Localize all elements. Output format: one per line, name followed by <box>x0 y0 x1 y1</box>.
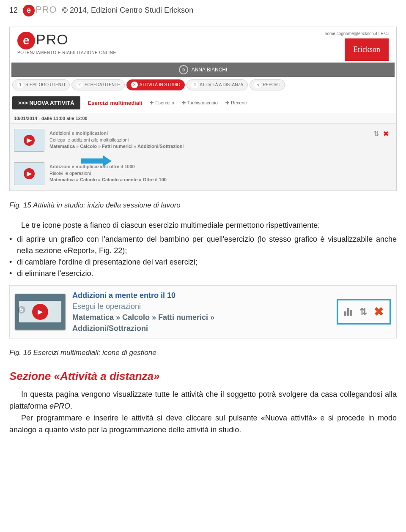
current-user-name: ANNA BIANCHI <box>192 67 228 73</box>
bullet-item: di cambiare l'ordine di presentazione de… <box>9 256 397 268</box>
exercise-breadcrumb: Matematica » Calcolo » Fatti numerici » … <box>49 143 184 150</box>
exercise-description: Collega le addizioni alle moltiplicazion… <box>49 137 184 143</box>
play-icon: ▶ <box>24 135 35 146</box>
exercise-thumbnail: ▶ <box>14 162 44 185</box>
copyright-text: © 2014, Edizioni Centro Studi Erickson <box>62 6 193 15</box>
tab-number: 5 <box>254 82 261 88</box>
tab-label: SCHEDA UTENTE <box>85 82 120 87</box>
logo-pro-text: PRO <box>36 4 57 15</box>
current-user-bar: ☺ ANNA BIANCHI <box>11 63 395 77</box>
play-icon: ▶ <box>32 304 48 320</box>
tab-label: ATTIVITÀ IN STUDIO <box>140 82 180 87</box>
document-header: 12 ePRO © 2014, Edizioni Centro Studi Er… <box>9 0 397 27</box>
exercise-row-fig16: 5 ▶ Addizioni a mente entro il 10 Esegui… <box>9 285 397 338</box>
text-span: . <box>70 402 72 410</box>
new-activity-button[interactable]: >>> NUOVA ATTIVITÀ <box>12 96 80 109</box>
page-number: 12 <box>9 6 18 15</box>
workflow-tabs: 1RIEPILOGO UTENTI 2SCHEDA UTENTE 3ATTIVI… <box>10 77 396 93</box>
reorder-icon[interactable]: ⇅ <box>359 306 367 317</box>
exercises-section-title: Esercizi multimediali <box>88 100 143 106</box>
option-label: Tachistoscopio <box>187 100 218 105</box>
tab-report[interactable]: 5REPORT <box>250 79 285 90</box>
tab-number: 1 <box>17 82 24 88</box>
reorder-icon[interactable]: ⇅ <box>373 130 379 138</box>
tab-number: 2 <box>76 82 83 88</box>
play-icon: ▶ <box>24 168 35 179</box>
exercise-title: Addizioni a mente entro il 10 <box>72 290 214 301</box>
delete-icon[interactable]: ✖ <box>374 305 384 319</box>
tab-label: ATTIVITÀ A DISTANZA <box>200 82 243 87</box>
intro-paragraph: Le tre icone poste a fianco di ciascun e… <box>9 220 397 231</box>
bullet-item: di aprire un grafico con l'andamento del… <box>9 234 397 256</box>
management-icons-highlight: ⇅ ✖ <box>337 299 391 325</box>
option-label: Recenti <box>231 100 247 105</box>
epro-logo-small: ePRO <box>23 4 57 16</box>
section-paragraph-1: In questa pagina vengono visualizzate tu… <box>9 389 397 412</box>
tab-attivita-in-studio[interactable]: 3ATTIVITÀ IN STUDIO <box>126 79 185 90</box>
thumbnail-number-badge: 5 <box>18 306 25 314</box>
bullet-item: di eliminare l'esercizio. <box>9 268 397 279</box>
tab-attivita-a-distanza[interactable]: 4ATTIVITÀ A DISTANZA <box>187 79 248 90</box>
exercise-breadcrumb-line2: Addizioni/Sottrazioni <box>72 323 214 334</box>
option-label: Esercizio <box>155 100 174 105</box>
section-paragraph-2: Per programmare e inserire le attività s… <box>9 412 397 436</box>
plus-icon: ✚ <box>150 100 154 106</box>
session-date-header: 10/01/2014 - dalle 11:00 alle 12:00 <box>10 113 396 124</box>
figure-16-caption: Fig. 16 Esercizi multimediali: icone di … <box>9 349 397 357</box>
delete-icon[interactable]: ✖ <box>383 130 389 138</box>
exercise-list-item[interactable]: ▶ Addizioni e moltiplicazioni oltre il 1… <box>10 157 396 191</box>
exercise-breadcrumb-line1: Matematica » Calcolo » Fatti numerici » <box>72 312 214 323</box>
exercise-thumbnail: ▶ <box>14 129 44 152</box>
add-esercizio-button[interactable]: ✚Esercizio <box>150 100 174 106</box>
plus-icon: ✚ <box>182 100 186 106</box>
erickson-brand-badge: Erickson <box>345 38 389 61</box>
tab-label: RIEPILOGO UTENTI <box>25 82 65 87</box>
exercise-thumbnail: 5 ▶ <box>15 294 66 330</box>
section-heading: Sezione «Attività a distanza» <box>9 370 397 383</box>
logo-e-icon: e <box>23 5 35 16</box>
app-tagline: POTENZIAMENTO E RIABILITAZIONE ONLINE <box>17 50 116 55</box>
chart-icon[interactable] <box>344 308 353 316</box>
add-tachistoscopio-button[interactable]: ✚Tachistoscopio <box>182 100 218 106</box>
tab-number: 3 <box>131 82 138 88</box>
exercise-description: Risolvi le operazioni <box>49 170 167 177</box>
tab-riepilogo-utenti[interactable]: 1RIEPILOGO UTENTI <box>12 79 70 90</box>
user-email-line[interactable]: nome.cognome@erickson.it | Esci <box>325 31 389 36</box>
logo-e-icon: e <box>17 32 35 49</box>
brand-name: ePRO <box>49 402 70 410</box>
tab-scheda-utente[interactable]: 2SCHEDA UTENTE <box>71 79 125 90</box>
logo-pro-text: PRO <box>36 31 69 47</box>
exercise-description: Esegui le operazioni <box>72 301 214 312</box>
add-recenti-button[interactable]: ✚Recenti <box>225 100 247 106</box>
annotation-arrow-icon <box>81 156 115 166</box>
figure-15-caption: Fig. 15 Attività in studio: inizio della… <box>9 201 397 210</box>
app-screenshot-fig15: ePRO POTENZIAMENTO E RIABILITAZIONE ONLI… <box>9 27 397 191</box>
tab-number: 4 <box>191 82 198 88</box>
exercise-breadcrumb: Matematica » Calcolo » Calcolo a mente »… <box>49 177 167 183</box>
tab-label: REPORT <box>263 82 280 87</box>
exercise-title: Addizioni e moltiplicazioni <box>49 130 184 136</box>
user-avatar-icon: ☺ <box>179 65 188 74</box>
exercise-list-item[interactable]: ▶ Addizioni e moltiplicazioni Collega le… <box>10 124 396 157</box>
app-logo: ePRO POTENZIAMENTO E RIABILITAZIONE ONLI… <box>17 31 116 55</box>
plus-icon: ✚ <box>225 100 229 106</box>
